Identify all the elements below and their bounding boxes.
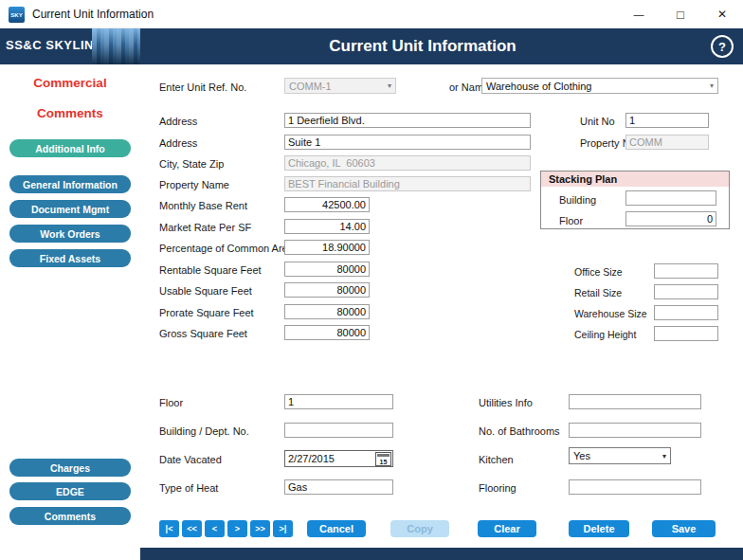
chevron-down-icon: ▾ bbox=[662, 452, 666, 461]
building-dept-label: Building / Dept. No. bbox=[159, 425, 249, 437]
save-button[interactable]: Save bbox=[652, 520, 716, 537]
market-rate-input[interactable] bbox=[284, 219, 370, 234]
nav-fast-forward-button[interactable]: >> bbox=[250, 520, 270, 537]
stacking-floor-label: Floor bbox=[559, 215, 583, 226]
kitchen-dropdown[interactable]: Yes ▾ bbox=[569, 447, 671, 464]
calendar-icon[interactable]: 15 bbox=[375, 452, 391, 466]
type-of-heat-label: Type of Heat bbox=[159, 482, 218, 494]
minimize-icon[interactable]: — bbox=[618, 0, 660, 28]
nav-forward-button[interactable]: > bbox=[227, 520, 247, 537]
property-name-label: Property Name bbox=[159, 179, 229, 190]
unit-ref-dropdown: COMM-1 ▾ bbox=[284, 78, 396, 94]
ceiling-height-label: Ceiling Height bbox=[574, 329, 636, 340]
usable-sqft-label: Usable Square Feet bbox=[159, 285, 252, 297]
market-rate-label: Market Rate Per SF bbox=[159, 222, 251, 233]
bathrooms-label: No. of Bathrooms bbox=[479, 425, 560, 437]
unit-ref-label: Enter Unit Ref. No. bbox=[159, 81, 246, 93]
utilities-info-input[interactable] bbox=[569, 394, 701, 409]
app-icon: SKY bbox=[9, 7, 25, 23]
page-title: Current Unit Information bbox=[140, 37, 705, 56]
address2-input[interactable] bbox=[284, 135, 531, 150]
nav-last-button[interactable]: >| bbox=[273, 520, 293, 537]
rentable-sqft-label: Rentable Square Feet bbox=[159, 264, 262, 276]
property-name-input bbox=[284, 176, 531, 191]
city-state-zip-label: City, State Zip bbox=[159, 158, 224, 170]
unit-ref-value: COMM-1 bbox=[289, 81, 385, 92]
prorate-sqft-label: Prorate Square Feet bbox=[159, 307, 254, 318]
pct-common-area-label: Percentage of Common Area bbox=[159, 243, 294, 254]
cancel-button[interactable]: Cancel bbox=[307, 520, 366, 537]
address1-input[interactable] bbox=[284, 113, 531, 128]
clear-button[interactable]: Clear bbox=[478, 520, 536, 537]
stacking-plan-title: Stacking Plan bbox=[541, 172, 729, 187]
skyline-graphic bbox=[92, 28, 140, 64]
delete-button[interactable]: Delete bbox=[569, 520, 629, 537]
kitchen-value: Yes bbox=[573, 450, 660, 461]
bathrooms-input[interactable] bbox=[569, 423, 701, 438]
monthly-base-rent-label: Monthly Base Rent bbox=[159, 200, 247, 211]
utilities-info-label: Utilities Info bbox=[479, 397, 533, 408]
stacking-building-label: Building bbox=[559, 194, 596, 206]
office-size-input[interactable] bbox=[654, 263, 718, 279]
ceiling-height-input[interactable] bbox=[654, 326, 718, 341]
building-dept-input[interactable] bbox=[284, 423, 393, 438]
property-no-input bbox=[625, 135, 709, 150]
stacking-building-input[interactable] bbox=[625, 190, 716, 206]
date-vacated-label: Date Vacated bbox=[159, 454, 222, 465]
sidebar-item-additional-info[interactable]: Additional Info bbox=[9, 139, 131, 157]
nav-back-button[interactable]: < bbox=[205, 520, 225, 537]
warehouse-size-label: Warehouse Size bbox=[574, 308, 647, 319]
floor-label: Floor bbox=[159, 397, 183, 408]
retail-size-label: Retail Size bbox=[574, 287, 622, 298]
gross-sqft-label: Gross Square Feet bbox=[159, 328, 247, 339]
nav-fast-back-button[interactable]: << bbox=[182, 520, 202, 537]
gross-sqft-input[interactable] bbox=[284, 325, 370, 340]
retail-size-input[interactable] bbox=[654, 284, 718, 299]
chevron-down-icon: ▾ bbox=[710, 81, 714, 90]
monthly-base-rent-input[interactable] bbox=[284, 197, 370, 212]
sidebar: Commercial Comments Additional Info Gene… bbox=[0, 64, 140, 560]
address2-label: Address bbox=[159, 137, 197, 149]
address1-label: Address bbox=[159, 116, 197, 127]
flooring-label: Flooring bbox=[479, 482, 516, 494]
type-of-heat-input[interactable] bbox=[284, 479, 393, 495]
sidebar-item-charges[interactable]: Charges bbox=[9, 459, 131, 477]
office-size-label: Office Size bbox=[574, 266, 623, 278]
sidebar-item-work-orders[interactable]: Work Orders bbox=[9, 225, 131, 243]
maximize-icon[interactable]: □ bbox=[660, 0, 701, 28]
app-header: SS&C SKYLINE® Current Unit Information ? bbox=[0, 28, 743, 64]
prorate-sqft-input[interactable] bbox=[284, 304, 370, 319]
titlebar: SKY Current Unit Information — □ ✕ bbox=[0, 0, 743, 28]
flooring-input[interactable] bbox=[569, 479, 701, 495]
help-icon[interactable]: ? bbox=[711, 35, 734, 58]
warehouse-size-input[interactable] bbox=[654, 305, 718, 320]
unit-no-input[interactable] bbox=[625, 113, 709, 128]
nav-first-button[interactable]: |< bbox=[159, 520, 179, 537]
bottom-bar bbox=[140, 548, 743, 560]
pct-common-area-input[interactable] bbox=[284, 240, 370, 255]
floor-input[interactable] bbox=[284, 394, 393, 409]
kitchen-label: Kitchen bbox=[479, 454, 514, 465]
unit-name-value: Warehouse of Clothing bbox=[486, 81, 707, 92]
brand-text: SS&C SKYLINE bbox=[6, 38, 102, 52]
city-state-zip-input bbox=[284, 155, 531, 171]
usable-sqft-input[interactable] bbox=[284, 282, 370, 298]
unit-name-dropdown[interactable]: Warehouse of Clothing ▾ bbox=[481, 78, 718, 94]
sidebar-item-comments[interactable]: Comments bbox=[9, 507, 131, 525]
sidebar-item-general-information[interactable]: General Information bbox=[9, 175, 131, 193]
rentable-sqft-input[interactable] bbox=[284, 262, 370, 277]
stacking-floor-input[interactable] bbox=[625, 211, 716, 226]
copy-button: Copy bbox=[390, 520, 449, 537]
sidebar-heading-commercial: Commercial bbox=[0, 76, 140, 90]
unit-no-label: Unit No bbox=[580, 116, 615, 127]
sidebar-item-fixed-assets[interactable]: Fixed Assets bbox=[9, 249, 131, 267]
sidebar-item-document-mgmt[interactable]: Document Mgmt bbox=[9, 200, 131, 218]
sidebar-heading-comments: Comments bbox=[0, 106, 140, 120]
window-title: Current Unit Information bbox=[32, 8, 154, 21]
app-window: SKY Current Unit Information — □ ✕ SS&C … bbox=[0, 0, 743, 560]
close-icon[interactable]: ✕ bbox=[701, 0, 743, 28]
sidebar-item-edge[interactable]: EDGE bbox=[9, 482, 131, 500]
chevron-down-icon: ▾ bbox=[388, 81, 391, 90]
